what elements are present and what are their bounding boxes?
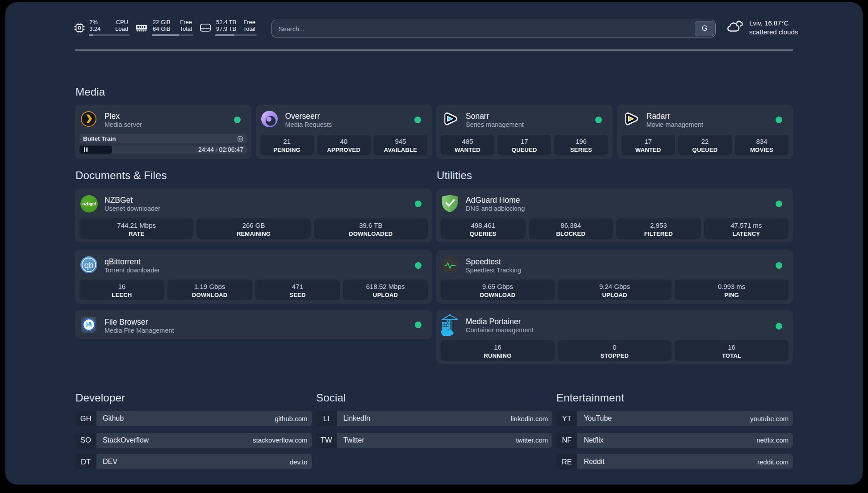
svg-text:qb: qb xyxy=(84,260,93,270)
